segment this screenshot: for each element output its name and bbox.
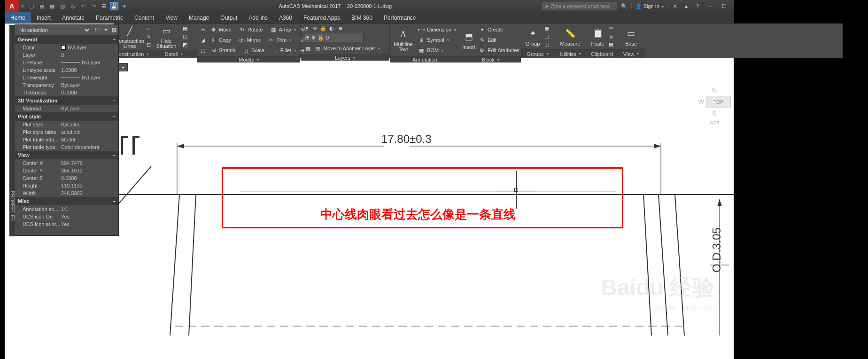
prop-row[interactable]: ColorByLayer <box>15 44 118 51</box>
icon[interactable]: ▢ <box>543 33 550 40</box>
tab-home[interactable]: Home <box>5 12 31 23</box>
move-button[interactable]: Move <box>219 27 232 32</box>
prop-row[interactable]: LineweightByLayer <box>15 74 118 81</box>
icon[interactable]: ▦ <box>543 25 550 32</box>
prop-row[interactable]: Center Z0.0000 <box>15 174 118 182</box>
tab-content[interactable]: Content <box>129 12 160 23</box>
tab-performance[interactable]: Performance <box>378 12 422 23</box>
quick-select-icon[interactable]: ⬚ <box>93 26 101 34</box>
app-menu-dropdown[interactable]: ▼ <box>21 4 25 8</box>
prop-category[interactable]: View– <box>15 151 118 159</box>
tab-parametric[interactable]: Parametric <box>90 12 129 23</box>
dimension-button[interactable]: Dimension <box>427 27 451 32</box>
tab-featured-apps[interactable]: Featured Apps <box>298 12 346 23</box>
small-icon[interactable]: ◫ <box>181 33 189 40</box>
panel-title[interactable]: Layers▾ <box>301 55 389 61</box>
search-icon[interactable]: 🔍 <box>620 2 628 10</box>
prop-row[interactable]: Plot styleByColor <box>15 121 118 128</box>
create-button[interactable]: Create <box>488 27 503 32</box>
app-logo[interactable]: A <box>5 0 19 12</box>
layer-icon[interactable]: 🔒 <box>319 24 327 32</box>
panel-title[interactable]: Detail▾ <box>150 50 197 58</box>
panel-title[interactable]: Construction▾ <box>114 50 150 58</box>
prop-row[interactable]: UCS icon at or...Yes <box>15 220 118 228</box>
edit-attributes-button[interactable]: Edit Attributes <box>488 47 519 53</box>
selection-dropdown[interactable]: No selection <box>17 26 91 34</box>
prop-category[interactable]: Misc– <box>15 197 118 205</box>
prop-category[interactable]: Plot style– <box>15 112 118 121</box>
rotate-button[interactable]: Rotate <box>248 27 263 32</box>
qat-btn[interactable]: ☰ <box>100 2 108 10</box>
tab-add-ins[interactable]: Add-ins <box>243 12 273 23</box>
sign-in-button[interactable]: 👤 Sign In ▾ <box>631 3 668 9</box>
save-highlighted-icon[interactable]: 💾 <box>110 2 118 10</box>
panel-title[interactable]: View▾ <box>617 49 645 58</box>
paste-button[interactable]: 📋Paste <box>589 24 606 48</box>
new-icon[interactable]: ▢ <box>27 2 36 10</box>
copy-button[interactable]: Copy <box>219 37 231 43</box>
exchange-icon[interactable]: ✕ <box>671 2 679 10</box>
save-icon[interactable]: ▦ <box>48 2 56 10</box>
print-icon[interactable]: ⎙ <box>69 2 77 10</box>
qat-dropdown-icon[interactable]: ▾ <box>120 2 129 10</box>
prop-row[interactable]: Plot table atta...Model <box>15 136 118 143</box>
undo-icon[interactable]: ↶ <box>79 2 87 10</box>
icon[interactable]: ◫ <box>543 41 550 48</box>
icon[interactable]: ✂ <box>607 25 615 32</box>
construction-lines-button[interactable]: ╱Construction Lines <box>116 24 144 49</box>
trim-button[interactable]: Trim <box>277 37 287 43</box>
multiline-text-button[interactable]: AMultiline Text <box>392 24 415 55</box>
properties-tab-label[interactable]: PROPERTIES <box>9 25 15 236</box>
icon[interactable]: ▦ <box>607 41 615 48</box>
prop-row[interactable]: Thickness0.0000 <box>15 89 118 96</box>
layer-icon[interactable]: ◔ <box>302 24 310 32</box>
open-icon[interactable]: ▤ <box>38 2 46 10</box>
view-cube[interactable]: N WTOP S WCS <box>698 86 731 125</box>
prop-row[interactable]: Plot table typeColor dependent <box>15 143 118 151</box>
stretch-button[interactable]: Stretch <box>219 47 235 53</box>
help-icon[interactable]: ? <box>693 2 702 10</box>
a360-icon[interactable]: ▲ <box>682 2 690 10</box>
icon[interactable]: ◢ <box>199 36 207 44</box>
layer-icon[interactable]: ▦ <box>304 45 312 52</box>
layer-dropdown[interactable]: ◔❄🔓0 <box>302 33 364 42</box>
prop-row[interactable]: Center X604.7476 <box>15 159 118 167</box>
tab-manage[interactable]: Manage <box>183 12 215 23</box>
prop-row[interactable]: Center Y364.1512 <box>15 167 118 174</box>
panel-title[interactable]: Modify▾ <box>197 56 300 62</box>
hide-situation-button[interactable]: ▭Hide Situation <box>152 24 180 49</box>
fillet-button[interactable]: Fillet <box>280 47 291 53</box>
search-input[interactable]: ▶Type a keyword or phrase <box>542 2 617 10</box>
maximize-button[interactable]: ☐ <box>719 2 730 10</box>
tab-insert[interactable]: Insert <box>31 12 56 23</box>
mirror-button[interactable]: Mirror <box>247 37 261 43</box>
edit-button[interactable]: Edit <box>488 37 496 43</box>
symbol-button[interactable]: Symbol <box>427 37 444 43</box>
prop-row[interactable]: Width246.5862 <box>15 189 118 197</box>
prop-row[interactable]: Annotation sc...1:1 <box>15 205 118 213</box>
layer-icon[interactable]: ◐ <box>328 24 335 32</box>
bom-button[interactable]: BOM <box>427 47 439 53</box>
measure-button[interactable]: 📏Measure <box>556 24 584 48</box>
prop-row[interactable]: Plot style tableacad.ctb <box>15 128 118 136</box>
minimize-button[interactable]: — <box>705 2 716 10</box>
prop-row[interactable]: Layer0 <box>15 51 118 59</box>
small-icon[interactable]: ▦ <box>181 25 189 32</box>
redo-icon[interactable]: ↷ <box>89 2 98 10</box>
panel-title[interactable]: Block▾ <box>460 56 521 62</box>
move-layer-button[interactable]: Move to Another Layer <box>323 46 375 51</box>
scale-button[interactable]: Scale <box>251 47 264 53</box>
prop-row[interactable]: LinetypeByLayer <box>15 59 118 66</box>
prop-row[interactable]: TransparencyByLayer <box>15 81 118 89</box>
prop-category[interactable]: General– <box>15 35 118 44</box>
layer-icon[interactable]: ⊕ <box>336 24 344 32</box>
saveas-icon[interactable]: ▧ <box>58 2 67 10</box>
layer-icon[interactable]: ▤ <box>314 45 321 52</box>
small-icon[interactable]: ◩ <box>181 41 189 48</box>
base-button[interactable]: ▭Base <box>619 24 643 48</box>
tab-a360[interactable]: A360 <box>273 12 298 23</box>
group-button[interactable]: ✦Group <box>523 24 542 48</box>
pick-icon[interactable]: ▦ <box>110 26 118 34</box>
tab-view[interactable]: View <box>160 12 183 23</box>
select-icon[interactable]: ✦ <box>101 26 110 34</box>
